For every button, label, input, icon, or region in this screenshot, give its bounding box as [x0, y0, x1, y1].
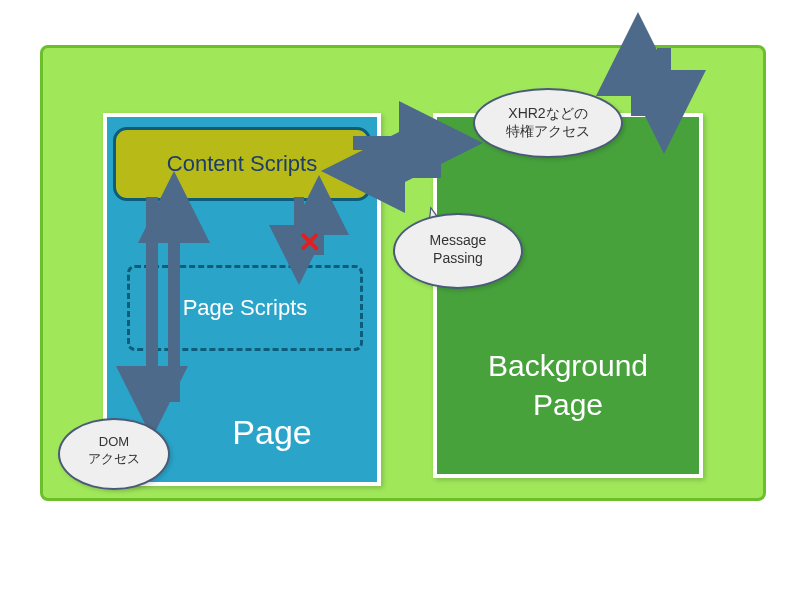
arrow-ext-to-bg-down: [649, 46, 679, 126]
callout-xhr-privileged: XHR2などの 特権アクセス: [473, 88, 623, 158]
arrow-bg-to-cs: [353, 156, 453, 186]
callout-xhr-text: XHR2などの 特権アクセス: [506, 105, 590, 139]
content-scripts-box: Content Scripts: [113, 127, 371, 201]
extension-boundary: Content Scripts Page Scripts Page Backgr…: [40, 45, 766, 501]
callout-message-passing: Message Passing: [393, 213, 523, 289]
blocked-x-icon: ✕: [298, 226, 321, 259]
background-page-box: Background Page: [433, 113, 703, 478]
arrow-page-to-content-up-1: [159, 197, 189, 417]
callout-msg-text: Message Passing: [430, 232, 487, 266]
page-scripts-label: Page Scripts: [183, 295, 308, 321]
content-scripts-label: Content Scripts: [167, 151, 317, 177]
callout-dom-access: DOM アクセス: [58, 418, 170, 490]
arrow-cs-to-bg: [353, 128, 453, 158]
callout-dom-text: DOM アクセス: [88, 434, 140, 466]
background-page-label: Background Page: [488, 346, 648, 424]
page-label: Page: [187, 413, 357, 452]
